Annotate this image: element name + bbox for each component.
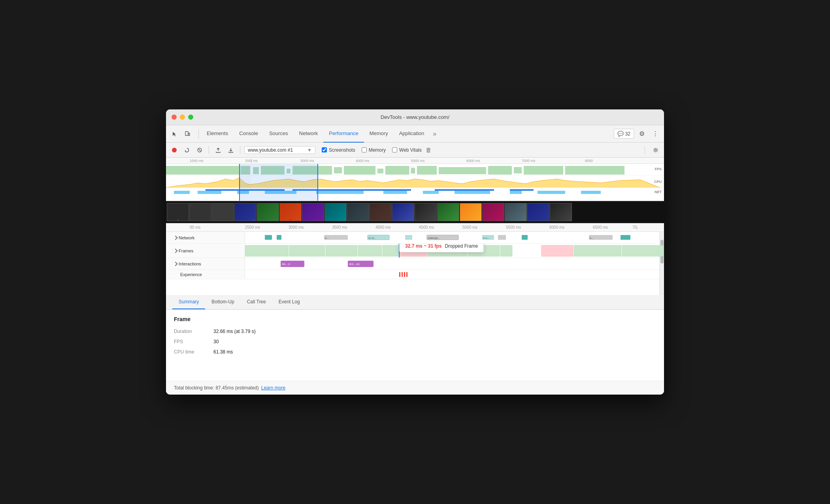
- interactions-collapse-arrow[interactable]: [173, 261, 177, 266]
- cursor-icon: [172, 131, 177, 137]
- tooltip-label-text: Dropped Frame: [445, 244, 478, 249]
- webvitals-checkbox[interactable]: Web Vitals: [392, 147, 422, 153]
- svg-rect-41: [265, 235, 272, 240]
- svg-rect-75: [402, 272, 403, 277]
- svg-rect-18: [439, 167, 486, 174]
- tab-elements[interactable]: Elements: [201, 125, 234, 143]
- tab-icons-group: [169, 128, 193, 139]
- screenshots-checkbox[interactable]: Screenshots: [322, 147, 355, 153]
- network-collapse-arrow[interactable]: [173, 235, 177, 240]
- detail-ruler-70: 70|: [632, 225, 638, 229]
- detail-ruler-6500: 6500 ms: [593, 225, 608, 229]
- tab-call-tree[interactable]: Call Tree: [241, 295, 272, 309]
- more-tabs-button[interactable]: »: [430, 130, 440, 137]
- svg-rect-34: [510, 191, 522, 194]
- memory-checkbox[interactable]: Memory: [362, 147, 386, 153]
- svg-rect-77: [406, 272, 407, 277]
- webvitals-check-input[interactable]: [392, 147, 397, 152]
- svg-rect-19: [488, 166, 512, 175]
- thumb-5: [257, 203, 279, 221]
- cursor-icon-btn[interactable]: [169, 128, 180, 139]
- minimize-button[interactable]: [180, 115, 185, 120]
- svg-rect-0: [185, 132, 188, 135]
- frames-track-content: 32.7 ms ~ 31 fps Dropped Frame: [245, 244, 664, 258]
- summary-content: Frame Duration 32.66 ms (at 3.79 s) FPS …: [166, 310, 664, 381]
- svg-line-4: [198, 149, 201, 151]
- tab-right-actions: 💬 32 ⚙ ⋮: [614, 128, 661, 139]
- tab-memory[interactable]: Memory: [364, 125, 394, 143]
- perf-gear-icon: [653, 147, 658, 153]
- device-icon-btn[interactable]: [182, 128, 193, 139]
- detail-ruler-3500: 3500 ms: [332, 225, 347, 229]
- checkbox-group: Screenshots Memory Web Vitals: [322, 147, 422, 153]
- tab-network[interactable]: Network: [294, 125, 324, 143]
- svg-rect-56: [621, 235, 630, 240]
- svg-rect-31: [383, 191, 407, 194]
- record-button[interactable]: [169, 145, 179, 155]
- detail-ruler-4500: 4500 ms: [419, 225, 434, 229]
- network-track-content: v... vi vi... videopl... v v... v...: [245, 232, 664, 243]
- svg-rect-30: [316, 191, 364, 194]
- detail-ruler-6000: 6000 ms: [549, 225, 564, 229]
- experience-track-label: Experience: [166, 270, 245, 279]
- overview-selection: [239, 164, 318, 201]
- tab-bottom-up[interactable]: Bottom-Up: [205, 295, 240, 309]
- download-button[interactable]: [226, 145, 236, 155]
- experience-svg: [245, 270, 664, 279]
- tab-performance[interactable]: Performance: [323, 125, 364, 143]
- learn-more-link[interactable]: Learn more: [261, 385, 285, 391]
- summary-frame-title: Frame: [174, 316, 656, 322]
- refresh-button[interactable]: [182, 145, 192, 155]
- screenshot-thumbs: ...: [166, 202, 664, 222]
- tab-summary[interactable]: Summary: [172, 295, 205, 309]
- clear-button[interactable]: 🗑: [426, 147, 432, 153]
- tab-console[interactable]: Console: [234, 125, 264, 143]
- svg-text:An...n: An...n: [282, 262, 290, 266]
- notifications-badge[interactable]: 💬 32: [614, 129, 634, 139]
- svg-rect-42: [277, 235, 281, 240]
- svg-rect-58: [289, 245, 325, 256]
- settings-icon-btn[interactable]: ⚙: [636, 128, 647, 139]
- close-button[interactable]: [172, 115, 177, 120]
- detail-ruler-2500: 2500 ms: [245, 225, 260, 229]
- tab-event-log[interactable]: Event Log: [272, 295, 306, 309]
- memory-check-input[interactable]: [362, 147, 367, 152]
- svg-text:v v...: v v...: [483, 236, 489, 240]
- svg-rect-24: [408, 166, 415, 175]
- stop-icon: [197, 147, 202, 153]
- tooltip-fps-text: 32.7 ms ~ 31 fps: [405, 244, 441, 249]
- ruler-3000: 3000 ms: [300, 159, 314, 163]
- svg-rect-66: [541, 245, 573, 256]
- tab-sources[interactable]: Sources: [264, 125, 294, 143]
- url-selector[interactable]: www.youtube.com #1 ▼: [244, 146, 315, 154]
- svg-rect-26: [174, 191, 190, 194]
- svg-text:videopl...: videopl...: [428, 236, 440, 240]
- blocking-time-text: Total blocking time: 87.45ms (estimated): [174, 385, 259, 391]
- svg-rect-76: [404, 272, 405, 277]
- interactions-svg: An...n Ani...on: [245, 258, 664, 269]
- upload-button[interactable]: [213, 145, 223, 155]
- stop-button[interactable]: [194, 145, 205, 155]
- ruler-5000: 5000 ms: [411, 159, 425, 163]
- network-track-label: Network: [166, 232, 245, 243]
- thumb-18: [550, 203, 572, 221]
- network-bars-svg: v... vi vi... videopl... v v... v...: [245, 232, 664, 243]
- dropped-frame-tooltip: 32.7 ms ~ 31 fps Dropped Frame: [399, 244, 484, 252]
- screenshots-check-input[interactable]: [322, 147, 327, 152]
- summary-row-fps: FPS 30: [174, 339, 656, 344]
- svg-text:vi vi...: vi vi...: [368, 236, 376, 240]
- svg-rect-60: [358, 245, 382, 256]
- maximize-button[interactable]: [188, 115, 193, 120]
- performance-toolbar: www.youtube.com #1 ▼ Screenshots Memory …: [166, 143, 664, 158]
- devtools-tab-bar: Elements Console Sources Network Perform…: [166, 125, 664, 143]
- tab-application[interactable]: Application: [394, 125, 430, 143]
- duration-value: 32.66 ms (at 3.79 s): [213, 329, 256, 334]
- cpu-label: CPU: [654, 180, 662, 184]
- kebab-menu-btn[interactable]: ⋮: [650, 128, 661, 139]
- overview-ruler: 1000 ms 200| ms 3000 ms 4000 ms 5000 ms …: [166, 158, 664, 164]
- net-label: NET: [655, 190, 662, 194]
- perf-settings-btn[interactable]: [651, 145, 661, 155]
- svg-rect-52: [498, 235, 506, 240]
- download-icon: [228, 147, 234, 153]
- frames-collapse-arrow[interactable]: [173, 248, 177, 253]
